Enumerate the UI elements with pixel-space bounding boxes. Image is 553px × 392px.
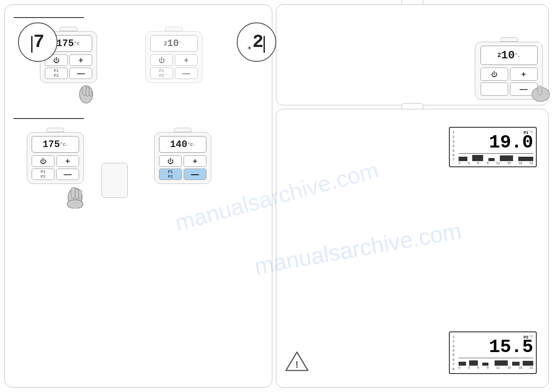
power-btn-br[interactable]: ⏻: [159, 155, 182, 167]
p1p2-btn-tl[interactable]: P1P2: [45, 68, 68, 79]
lcd-p1-content: P1 °C 19.0: [459, 129, 533, 165]
bar: [512, 362, 520, 366]
svg-rect-10: [538, 86, 542, 95]
buttons-bl: ⏻ + P1P2 —: [32, 155, 79, 180]
page-container: 7 175°c ⏻ + P1P2 —: [0, 0, 553, 392]
bar: [500, 155, 513, 161]
svg-text:!: !: [295, 359, 298, 370]
cursor-line: [31, 36, 33, 53]
p1p2-btn-br[interactable]: P1P2: [159, 169, 182, 180]
p1p2-btn-bl[interactable]: P1P2: [32, 169, 54, 180]
section-line-top: [14, 17, 84, 18]
display-unit-tl: °c: [74, 41, 80, 46]
warning-triangle-icon: !: [285, 350, 309, 372]
lcd-p1-value: 19.0: [459, 135, 533, 151]
power-btn-tr[interactable]: ⏻: [150, 54, 173, 66]
lcd-p2-container: 12345678 P2 °C 15.5: [449, 331, 541, 374]
right-panel: 210° . ⏻ + —: [276, 4, 549, 388]
empty-btn-rt: [481, 83, 508, 96]
thermostat-notch-rt: [500, 37, 518, 42]
thermostat-notch-bl: [47, 128, 64, 132]
plus-btn-rt[interactable]: +: [510, 68, 538, 81]
zoom-value-right: 2: [253, 32, 264, 53]
display-value-bl: 175: [43, 139, 60, 150]
display-dot-bl: .: [66, 142, 68, 147]
plus-btn-bl[interactable]: +: [56, 155, 79, 167]
section-line-bottom: [14, 118, 84, 119]
display-dot-tr: .: [182, 41, 184, 46]
lcd-p2-content: P2 °C 15.5: [459, 334, 533, 369]
display-unit-bl: °c: [60, 142, 66, 147]
display-bottom-right: 140°c .: [159, 136, 206, 153]
right-top-box: 210° . ⏻ + —: [276, 4, 549, 105]
bar: [469, 360, 478, 366]
hand-pointer-tl: [77, 81, 95, 107]
right-bottom-box: ! 1234567 P1 °C: [276, 109, 549, 388]
zoom-circle-right: ☀ 2: [237, 22, 276, 62]
right-bottom-notch: [401, 103, 423, 109]
lcd-p1-row-labels: 1234567: [452, 130, 457, 162]
bar: [495, 360, 508, 366]
display-top-right: 210° .: [150, 35, 198, 52]
power-btn-bl[interactable]: ⏻: [32, 155, 54, 167]
left-panel: 7 175°c ⏻ + P1P2 —: [4, 4, 272, 388]
minus-btn-tl[interactable]: —: [69, 68, 92, 79]
svg-rect-1: [83, 86, 86, 95]
right-top-notch: [401, 0, 423, 5]
svg-rect-3: [89, 88, 92, 96]
svg-rect-7: [79, 190, 82, 199]
display-unit-rt: °: [515, 53, 518, 58]
display-value-br: 140: [170, 139, 188, 150]
svg-rect-6: [75, 189, 79, 199]
watermark-right: manualsarchive.com: [253, 217, 463, 280]
svg-rect-2: [86, 87, 89, 96]
svg-rect-5: [71, 187, 75, 198]
bottom-section: 175°c . ⏻ + P1P2 —: [14, 128, 263, 184]
display-dot-rt: .: [518, 53, 520, 58]
thermostat-bottom-left: 175°c . ⏻ + P1P2 —: [27, 132, 84, 184]
thermostat-bottom-right: 140°c . ⏻ + P1P2 —: [154, 132, 211, 184]
bar: [482, 363, 488, 366]
hand-pointer-bl: [66, 182, 84, 210]
svg-point-8: [67, 200, 83, 209]
plus-btn-tr[interactable]: +: [175, 54, 198, 66]
lcd-p1-bars: [459, 153, 533, 161]
lcd-p2-bars: [459, 358, 533, 366]
plus-btn-br[interactable]: +: [184, 155, 206, 167]
display-small-rt: 2: [497, 52, 501, 59]
hand-pointer-rt: [530, 80, 552, 104]
thermostat-notch-br: [174, 128, 192, 132]
minus-btn-br[interactable]: —: [184, 169, 206, 180]
zoom-value-left: 7: [33, 32, 44, 53]
zoom-circle-left: 7: [18, 22, 58, 62]
thermostat-notch-tr: [165, 27, 183, 31]
plus-btn-tl[interactable]: +: [69, 54, 92, 66]
zoom-content-left: 7: [31, 32, 44, 53]
lcd-p2-value: 15.5: [459, 339, 533, 356]
display-unit-br: °c: [188, 142, 193, 147]
display-value-rt: 10: [501, 49, 515, 62]
buttons-br: ⏻ + P1P2 —: [159, 155, 206, 180]
buttons-tr: ⏻ + P1P2 —: [150, 54, 198, 79]
display-value-tl: 175: [57, 38, 74, 49]
lcd-p2-display: 12345678 P2 °C 15.5: [449, 331, 537, 374]
power-btn-rt[interactable]: ⏻: [481, 68, 508, 81]
sun-icon: ☀: [247, 44, 252, 53]
lcd-p1-display: 1234567 P1 °C 19.0: [449, 127, 537, 167]
buttons-rt: ⏻ + —: [481, 68, 538, 96]
bar: [488, 158, 495, 161]
bar: [472, 155, 484, 161]
bar: [526, 157, 533, 161]
display-unit-tr: °: [179, 41, 182, 46]
buttons-tl: ⏻ + P1P2 —: [45, 54, 92, 79]
p1p2-btn-tr[interactable]: P1P2: [150, 68, 173, 79]
warning-container: !: [285, 350, 309, 374]
minus-btn-tr[interactable]: —: [175, 68, 198, 79]
display-right-top: 210° .: [481, 46, 538, 65]
zoom-content-right: ☀ 2: [247, 32, 266, 53]
bar: [459, 157, 467, 161]
lcd-p1-container: 1234567 P1 °C 19.0: [449, 127, 541, 167]
minus-btn-bl[interactable]: —: [56, 169, 79, 180]
display-dot-br: .: [193, 142, 195, 147]
top-section: 7 175°c ⏻ + P1P2 —: [14, 27, 263, 83]
